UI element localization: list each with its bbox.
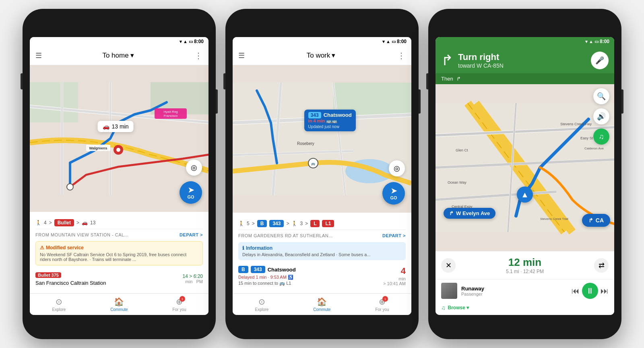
go-button-2[interactable]: ➤ GO <box>382 182 405 205</box>
status-bar-2: ▾ ▲ ▭ 8:00 <box>233 37 411 46</box>
locate-button-1[interactable]: ◎ <box>186 160 202 176</box>
connect-text-2: 15 min to connect to 🚌 L1 <box>238 281 296 286</box>
status-icons-3: ▾ ▲ ▭ 8:00 <box>585 39 609 44</box>
depart-row-2: FROM GARDENERS RD AT SUTHERLAN... DEPART… <box>238 230 406 240</box>
spotify-button-3[interactable]: ♫ <box>593 128 609 145</box>
power-button-3 <box>621 89 623 114</box>
phone-notch-3 <box>501 16 549 23</box>
go-label-2: GO <box>390 195 397 200</box>
nav-foryou-2[interactable]: ⊕ 1 For you <box>376 297 389 312</box>
next-button-3[interactable]: ⏭ <box>601 286 609 296</box>
hamburger-icon-2[interactable]: ☰ <box>238 51 245 60</box>
hamburger-icon-1[interactable]: ☰ <box>35 51 42 60</box>
nav-explore-2[interactable]: ⊙ Explore <box>255 297 268 312</box>
dropdown-arrow-2[interactable]: ▾ <box>332 51 335 60</box>
bus-row-right-2: 4 min > 10:41 AM <box>383 266 406 286</box>
b-badge-2: B <box>257 220 267 227</box>
title-text-1: To home <box>102 52 128 60</box>
stats-detail-3: 5.1 mi · 12:42 PM <box>460 269 589 274</box>
svg-text:Walgreens: Walgreens <box>89 146 107 150</box>
volume-button-2 <box>223 73 225 89</box>
svg-text:Francisco: Francisco <box>164 114 178 118</box>
eta-label-2: min <box>383 276 406 281</box>
volume-icon-3: 🔊 <box>597 112 606 121</box>
nav-explore-1[interactable]: ⊙ Explore <box>52 297 66 312</box>
nav-foryou-1[interactable]: ⊕ 1 For you <box>173 297 186 312</box>
side-buttons-3: 🔍 🔊 ♫ <box>593 88 609 145</box>
signal-icon-3: ▲ <box>589 39 593 44</box>
more-icon-2[interactable]: ⋮ <box>397 51 406 60</box>
eta-min-2: 4 <box>383 266 406 276</box>
spotify-icon-3: ♫ <box>599 133 604 141</box>
svg-text:Stevens Creek Fwy: Stevens Creek Fwy <box>560 122 592 126</box>
play-button-3[interactable]: ⏸ <box>582 283 598 299</box>
nav-commute-1[interactable]: 🏠 Commute <box>110 297 128 312</box>
direction-street-3: W Evelyn Ave <box>456 210 490 216</box>
nav-commute-2[interactable]: 🏠 Commute <box>313 297 330 312</box>
depart-action-2[interactable]: DEPART > <box>382 233 406 238</box>
foryou-label-2: For you <box>376 307 389 312</box>
from-label-1: FROM MOUNTAIN VIEW STATION - CAL... <box>35 232 128 237</box>
explore-label-2: Explore <box>255 307 268 312</box>
album-thumb-3 <box>441 283 457 299</box>
depart-action-1[interactable]: DEPART > <box>180 232 203 237</box>
map-area-2: Rosebery Eastlakes 🚌 343 Chatswood in 4 … <box>233 65 411 213</box>
phones-container: ▾ ▲ ▭ 8:00 ☰ To home ▾ ⋮ <box>0 1 644 347</box>
schedule-row-1: Bullet 375 San Francisco Caltrain Statio… <box>35 268 203 289</box>
bus343-badge-2: 343 <box>269 220 284 227</box>
location-icon-3: ▲ <box>521 190 529 199</box>
foryou-badge-2: 1 <box>382 296 388 302</box>
power-button-2 <box>419 89 421 114</box>
bullet-badge-row-1: Bullet 375 <box>35 272 61 278</box>
then-icon-3: ↱ <box>456 76 461 82</box>
turn-title-3: Turn right <box>458 52 586 62</box>
locate-icon-2: ◎ <box>394 164 400 173</box>
routes-button-3[interactable]: ⇄ <box>594 258 609 273</box>
music-artist-3: Passenger <box>461 292 568 296</box>
car-icon-row-1: 🚗 <box>82 220 88 226</box>
dropdown-arrow-1[interactable]: ▾ <box>130 51 134 60</box>
svg-rect-1 <box>30 82 78 122</box>
foryou-label-1: For you <box>173 307 186 312</box>
music-row-3: Runaway Passenger ⏮ ⏸ ⏭ <box>436 279 614 302</box>
phone-screen-3: ▾ ▲ ▭ 8:00 ↱ Turn right toward W CA-85N … <box>436 37 614 315</box>
volume-button-3 <box>426 73 428 89</box>
search-button-3[interactable]: 🔍 <box>593 88 609 104</box>
mic-button-3[interactable]: 🎤 <box>591 52 609 69</box>
close-button-3[interactable]: ✕ <box>441 258 456 273</box>
bus-row-left-2: B 343 Chatswood Delayed 1 min · 9:53 AM … <box>238 266 296 286</box>
volume-button-3b[interactable]: 🔊 <box>593 108 609 124</box>
car-count-1: 13 <box>90 220 95 226</box>
ca-text-3: CA <box>596 217 604 224</box>
turn-arrow-icon-3: ↱ <box>441 53 453 68</box>
foryou-badge-1: 1 <box>180 296 185 302</box>
phone-shell-2: ▾ ▲ ▭ 8:00 ☰ To work ▾ ⋮ <box>225 9 419 339</box>
from-label-2: FROM GARDENERS RD AT SUTHERLAN... <box>238 233 333 238</box>
wifi-icon-2: ▾ <box>382 39 385 44</box>
transit-row-1: 🚶 4 > Bullet > 🚗 13 <box>35 216 203 229</box>
locate-button-2[interactable]: ◎ <box>389 160 405 176</box>
browse-label-3[interactable]: Browse ▾ <box>448 305 469 311</box>
phone-1: ▾ ▲ ▭ 8:00 ☰ To home ▾ ⋮ <box>23 9 216 339</box>
more-icon-1[interactable]: ⋮ <box>194 51 203 60</box>
schedule-right-1: 14 > 6:20 min PM <box>183 273 203 284</box>
nav-bottom-3: ✕ 12 min 5.1 mi · 12:42 PM ⇄ Ru <box>436 251 614 315</box>
bottom-panel-2: 🚶 5 > B 343 > 🚶 3 > L L1 FROM GAR <box>233 213 411 293</box>
svg-text:🚌: 🚌 <box>311 162 315 166</box>
status-bar-1: ▾ ▲ ▭ 8:00 <box>30 37 208 46</box>
warning-box-1: ⚠ Modified service No Weekend SF Caltrai… <box>35 241 203 265</box>
bus-num-badge-2: 343 <box>308 112 321 118</box>
browse-row-3: ♫ Browse ▾ <box>436 302 614 315</box>
commute-label-2: Commute <box>313 307 330 312</box>
commute-label-1: Commute <box>110 307 128 312</box>
foryou-icon-1: ⊕ 1 <box>176 297 183 307</box>
info-body-2: Delays in Alexandria, Beaconsfield and Z… <box>242 252 371 257</box>
stats-center-3: 12 min 5.1 mi · 12:42 PM <box>460 256 589 274</box>
prev-button-3[interactable]: ⏮ <box>572 286 580 296</box>
walk-icon-2: 🚶 <box>238 221 244 226</box>
locate-icon-1: ◎ <box>191 163 197 172</box>
status-time-3: 8:00 <box>600 39 609 44</box>
bottom-nav-2: ⊙ Explore 🏠 Commute ⊕ 1 For you <box>233 293 411 315</box>
go-button-1[interactable]: ➤ GO <box>180 181 202 204</box>
eta-time-2: > 10:41 AM <box>383 281 406 286</box>
